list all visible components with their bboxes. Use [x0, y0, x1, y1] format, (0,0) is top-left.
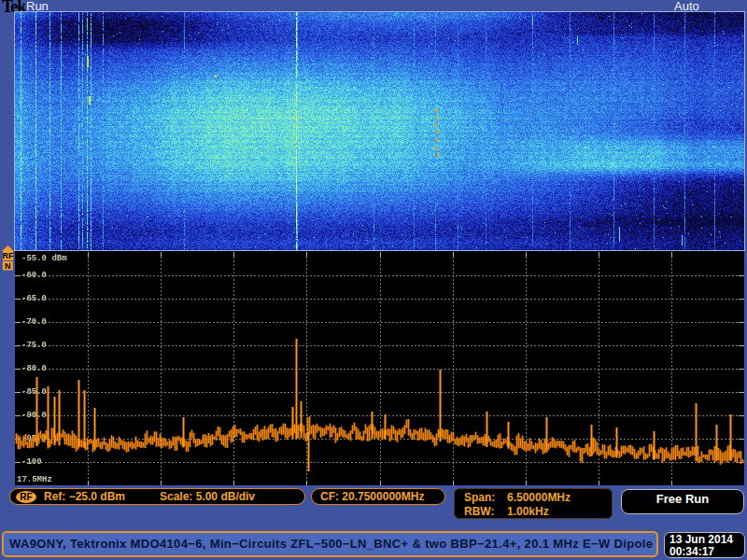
svg-text:N: N: [5, 261, 11, 271]
svg-text:RF: RF: [3, 251, 14, 260]
